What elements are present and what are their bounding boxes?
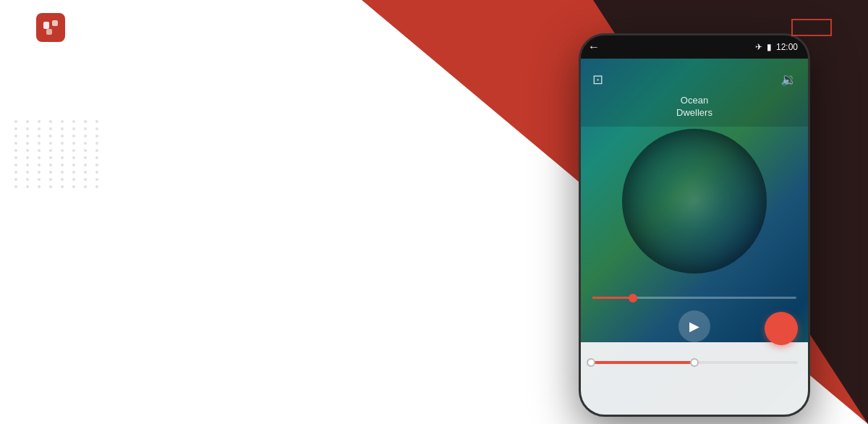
track-icons-row: ⊡ 🔉 — [592, 72, 796, 88]
progress-thumb — [629, 294, 637, 302]
range-selected — [591, 361, 694, 364]
dot-pattern: // Generate dots inline const dp = docum… — [14, 120, 103, 188]
navbar — [0, 0, 868, 55]
svg-rect-2 — [46, 29, 52, 35]
svg-rect-1 — [52, 20, 58, 26]
nav-links — [661, 19, 832, 36]
bookmark-icon: ⊡ — [592, 72, 603, 88]
phone-mockup: ← ✈ ▮ 12:00 ⊡ 🔉 — [579, 33, 810, 417]
range-bar[interactable] — [591, 354, 798, 371]
wave-swirl — [622, 129, 767, 274]
track-album: OceanDwellers — [676, 95, 712, 119]
track-overlay: ⊡ 🔉 OceanDwellers — [581, 59, 808, 127]
cut-button[interactable] — [765, 312, 798, 345]
volume-icon: 🔉 — [780, 72, 796, 88]
main-content: // Generate dots inline const dp = docum… — [0, 55, 868, 421]
phone-bottom-panel — [581, 342, 808, 415]
get-it-now-button[interactable] — [791, 19, 832, 36]
range-handle-right[interactable] — [690, 358, 699, 367]
progress-bar[interactable] — [592, 297, 796, 299]
range-track — [591, 361, 798, 364]
phone-section: ← ✈ ▮ 12:00 ⊡ 🔉 — [579, 33, 810, 417]
play-button[interactable]: ▶ — [678, 310, 710, 342]
progress-fill — [592, 297, 633, 299]
range-handle-left[interactable] — [587, 358, 595, 367]
svg-rect-0 — [43, 22, 49, 29]
logo[interactable] — [36, 13, 72, 42]
logo-icon — [36, 13, 65, 42]
hero-text: // Generate dots inline const dp = docum… — [36, 77, 383, 109]
phone-screen: ⊡ 🔉 OceanDwellers — [581, 59, 808, 415]
